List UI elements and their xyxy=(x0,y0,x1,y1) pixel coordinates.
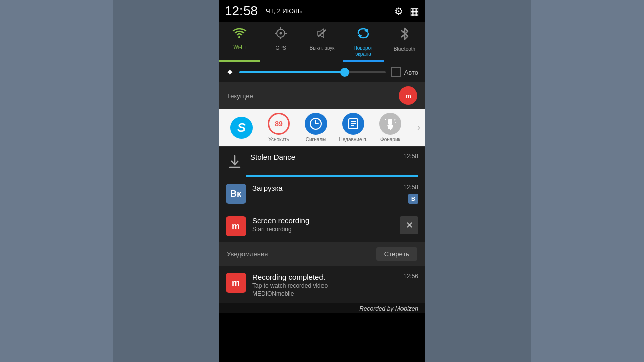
bluetooth-icon xyxy=(399,27,410,44)
qs-gps[interactable]: GPS xyxy=(260,22,301,62)
app-shortcuts-bar: S 89 Уснокить Сигналы xyxy=(219,109,425,146)
notif-stolen-dance[interactable]: Stolen Dance 12:58 xyxy=(219,146,425,177)
shortcuts-arrow[interactable]: › xyxy=(417,122,420,133)
qs-sound[interactable]: Выкл. звук xyxy=(301,22,343,62)
svg-marker-19 xyxy=(387,125,393,129)
notifications-title: Уведомления xyxy=(227,250,268,258)
grid-icon[interactable]: ▦ xyxy=(410,5,419,17)
gps-icon xyxy=(274,27,287,43)
flashlight-icon xyxy=(379,113,401,135)
notif-screen-recording-title: Screen recording xyxy=(252,216,394,225)
shortcut-signals[interactable]: Сигналы xyxy=(298,113,334,142)
notes-label: Недавние п. xyxy=(339,137,368,142)
recording-completed-time: 12:56 xyxy=(403,273,418,280)
timer-label: Уснокить xyxy=(268,137,289,142)
wifi-icon xyxy=(232,27,247,42)
vk-badge: В xyxy=(408,194,418,204)
sound-off-icon xyxy=(315,27,329,43)
recording-completed-subtitle: Tap to watch recorded video xyxy=(252,282,418,289)
qs-bluetooth[interactable]: Bluetooth xyxy=(384,22,425,62)
svg-line-8 xyxy=(318,30,326,37)
qs-wifi[interactable]: Wi-Fi xyxy=(219,22,260,62)
shortcut-timer[interactable]: 89 Уснокить xyxy=(261,113,296,142)
brightness-thumb[interactable] xyxy=(340,68,349,77)
timer-icon: 89 xyxy=(268,113,290,135)
mobizen-notif-icon: m xyxy=(226,216,246,236)
notif-screen-recording-content: Screen recording Start recording xyxy=(252,216,394,233)
svg-rect-18 xyxy=(388,119,392,125)
qs-sound-label: Выкл. звук xyxy=(310,45,335,51)
download-icon xyxy=(226,153,244,171)
clear-notifications-button[interactable]: Стереть xyxy=(376,247,417,261)
notif-stolen-dance-title: Stolen Dance xyxy=(250,153,418,161)
rotation-icon xyxy=(356,27,370,43)
qs-rotation[interactable]: Поворотэкрана xyxy=(343,22,384,62)
brightness-slider[interactable] xyxy=(239,71,386,73)
recording-completed-content: Recording completed. Tap to watch record… xyxy=(252,273,418,297)
brightness-icon: ✦ xyxy=(226,66,234,78)
status-bar: 12:58 ЧТ, 2 ИЮЛЬ ⚙ ▦ xyxy=(219,0,425,22)
recording-completed-icon: m xyxy=(226,273,246,293)
svg-line-21 xyxy=(385,119,386,120)
recording-completed-title: Recording completed. xyxy=(252,273,418,281)
signals-label: Сигналы xyxy=(306,137,327,142)
brightness-row: ✦ Авто xyxy=(219,62,425,82)
svg-line-22 xyxy=(394,119,395,120)
qs-wifi-label: Wi-Fi xyxy=(233,44,245,50)
settings-icon[interactable]: ⚙ xyxy=(394,5,404,17)
auto-label: Авто xyxy=(404,69,418,76)
notif-zagrozka-title: Загрузка xyxy=(252,184,418,192)
notif-recording-completed[interactable]: m Recording completed. Tap to watch reco… xyxy=(219,266,425,303)
current-section-title: Текущее xyxy=(227,92,253,100)
notif-stolen-dance-content: Stolen Dance xyxy=(250,153,418,161)
brightness-fill xyxy=(239,71,345,73)
notif-zagrozka-content: Загрузка xyxy=(252,184,418,192)
qs-rotation-label: Поворотэкрана xyxy=(354,45,373,57)
quick-settings-panel: Wi-Fi GPS xyxy=(219,22,425,62)
status-icons: ⚙ ▦ xyxy=(394,5,419,17)
recorded-by-text: Recorded by Mobizen xyxy=(359,305,418,312)
skype-app-icon: S xyxy=(230,117,253,139)
phone-screen: 12:58 ЧТ, 2 ИЮЛЬ ⚙ ▦ Wi-Fi xyxy=(219,0,425,362)
vk-icon: Вк xyxy=(226,184,246,204)
auto-checkbox[interactable] xyxy=(391,67,401,77)
svg-point-2 xyxy=(280,32,282,35)
shortcut-skype[interactable]: S xyxy=(224,117,259,139)
status-time: 12:58 xyxy=(225,3,258,19)
flashlight-label: Фонарик xyxy=(380,137,400,142)
clock-icon xyxy=(305,113,327,135)
shortcut-flashlight[interactable]: Фонарик xyxy=(373,113,408,142)
shortcut-notes[interactable]: Недавние п. xyxy=(336,113,371,142)
bottom-bar: Recorded by Mobizen xyxy=(219,303,425,313)
svg-point-0 xyxy=(238,36,240,38)
notif-screen-recording-close[interactable]: ✕ xyxy=(400,216,418,234)
notif-zagrozka-time: 12:58 xyxy=(403,184,418,191)
mobizen-logo: m xyxy=(399,86,417,105)
qs-gps-label: GPS xyxy=(275,45,286,51)
notifications-footer: Уведомления Стереть xyxy=(219,242,425,266)
notes-icon xyxy=(342,113,364,135)
right-panel xyxy=(425,0,531,362)
status-date: ЧТ, 2 ИЮЛЬ xyxy=(266,7,302,15)
recording-completed-source: MEDIONmobile xyxy=(252,290,418,297)
notif-stolen-dance-time: 12:58 xyxy=(403,153,418,160)
qs-bluetooth-label: Bluetooth xyxy=(394,46,415,52)
notif-screen-recording[interactable]: m Screen recording Start recording ✕ xyxy=(219,210,425,242)
left-panel xyxy=(113,0,219,362)
notif-zagrozka[interactable]: Вк Загрузка 12:58 В xyxy=(219,177,425,210)
auto-toggle[interactable]: Авто xyxy=(391,67,418,77)
current-section-header: Текущее m xyxy=(219,82,425,109)
notif-screen-recording-subtitle: Start recording xyxy=(252,226,394,233)
